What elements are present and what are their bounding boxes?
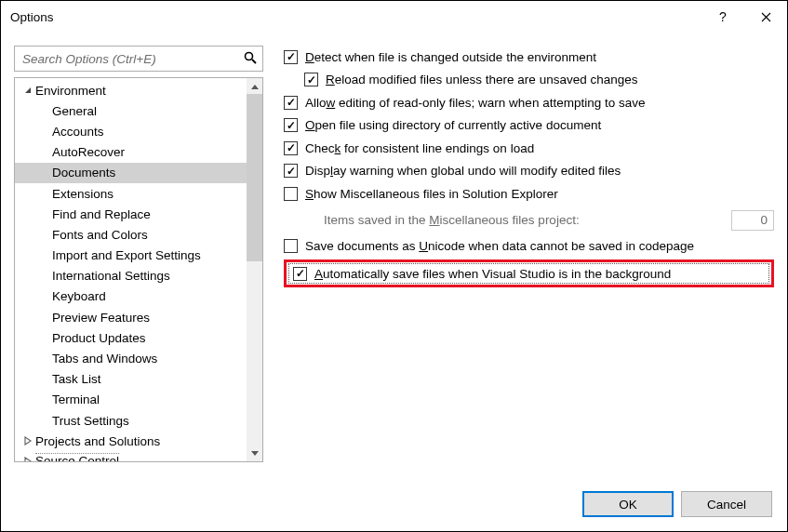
- misc-count-input[interactable]: [731, 210, 774, 231]
- opt-label: Open file using directory of currently a…: [305, 118, 601, 132]
- tree-item[interactable]: Terminal: [15, 390, 247, 410]
- tree-label: Trust Settings: [52, 414, 129, 428]
- checkbox[interactable]: [284, 187, 298, 201]
- options-panel: Detect when file is changed outside the …: [263, 46, 774, 462]
- opt-label: Reload modified files unless there are u…: [326, 73, 637, 86]
- tree-label: Task List: [52, 372, 101, 386]
- scrollbar[interactable]: [247, 78, 262, 461]
- tree-label: Import and Export Settings: [52, 248, 201, 262]
- opt-undo-warning[interactable]: Display warning when global undo will mo…: [284, 160, 774, 183]
- checkbox[interactable]: [284, 118, 298, 132]
- tree-item[interactable]: Find and Replace: [15, 204, 247, 224]
- tree-item[interactable]: Task List: [15, 369, 247, 390]
- opt-label: Check for consistent line endings on loa…: [305, 141, 534, 155]
- close-icon: [761, 12, 771, 22]
- ok-button[interactable]: OK: [582, 491, 674, 517]
- tree-label: International Settings: [52, 269, 170, 283]
- checkbox[interactable]: [284, 141, 298, 155]
- opt-misc-count: Items saved in the Miscellaneous files p…: [284, 206, 774, 235]
- help-button[interactable]: ?: [701, 1, 744, 33]
- tree-label: AutoRecover: [52, 145, 125, 159]
- checkbox[interactable]: [284, 50, 298, 64]
- tree-category[interactable]: Environment: [15, 80, 247, 100]
- opt-detect-changed[interactable]: Detect when file is changed outside the …: [284, 46, 774, 69]
- tree-label: Find and Replace: [52, 207, 151, 221]
- opt-save-unicode[interactable]: Save documents as Unicode when data cann…: [284, 235, 774, 259]
- opt-label: Show Miscellaneous files in Solution Exp…: [305, 187, 558, 201]
- category-tree: EnvironmentGeneralAccountsAutoRecoverDoc…: [14, 77, 263, 462]
- highlighted-focus-option: Automatically save files when Visual Stu…: [284, 259, 774, 287]
- scroll-down-button[interactable]: [247, 446, 262, 461]
- tree-label: Accounts: [52, 125, 104, 139]
- checkbox[interactable]: [293, 267, 307, 281]
- tree-label: Documents: [52, 166, 115, 180]
- tree-category[interactable]: Source Control: [15, 451, 247, 461]
- tree-label: Keyboard: [52, 289, 106, 303]
- tree-label: Projects and Solutions: [35, 434, 160, 448]
- tree-label: Terminal: [52, 392, 100, 406]
- tree-label: General: [52, 104, 97, 118]
- checkbox[interactable]: [304, 73, 318, 86]
- tree-label: Source Control: [35, 453, 119, 461]
- opt-allow-readonly[interactable]: Allow editing of read-only files; warn w…: [284, 91, 774, 114]
- svg-point-0: [246, 52, 253, 60]
- tree-item[interactable]: Extensions: [15, 183, 247, 204]
- titlebar: Options ?: [1, 1, 787, 33]
- scroll-thumb[interactable]: [247, 94, 262, 261]
- tree-item[interactable]: International Settings: [15, 266, 247, 286]
- checkbox[interactable]: [284, 239, 298, 253]
- tree-item[interactable]: Keyboard: [15, 286, 247, 307]
- tree-item[interactable]: Import and Export Settings: [15, 246, 247, 266]
- tree-item[interactable]: AutoRecover: [15, 142, 247, 163]
- dialog-footer: OK Cancel: [1, 477, 787, 531]
- tree-item[interactable]: Fonts and Colors: [15, 224, 247, 245]
- close-button[interactable]: [744, 1, 787, 33]
- tree-label: Extensions: [52, 187, 114, 201]
- tree-item[interactable]: Accounts: [15, 121, 247, 141]
- tree-label: Fonts and Colors: [52, 228, 148, 242]
- search-box[interactable]: [14, 46, 263, 72]
- opt-label: Allow editing of read-only files; warn w…: [305, 96, 645, 110]
- tree-item[interactable]: Trust Settings: [15, 410, 247, 431]
- window-title: Options: [10, 10, 701, 24]
- search-icon: [244, 51, 257, 67]
- opt-autosave-background[interactable]: Automatically save files when Visual Stu…: [288, 263, 769, 284]
- opt-reload-modified[interactable]: Reload modified files unless there are u…: [284, 69, 774, 92]
- checkbox[interactable]: [284, 96, 298, 110]
- opt-label: Save documents as Unicode when data cann…: [305, 239, 694, 253]
- checkbox[interactable]: [284, 164, 298, 178]
- chevron-right-icon[interactable]: [20, 457, 35, 461]
- tree-item[interactable]: Tabs and Windows: [15, 348, 247, 368]
- chevron-down-icon[interactable]: [20, 86, 35, 95]
- opt-check-line-endings[interactable]: Check for consistent line endings on loa…: [284, 137, 774, 160]
- tree-label: Environment: [35, 84, 106, 98]
- opt-show-misc[interactable]: Show Miscellaneous files in Solution Exp…: [284, 182, 774, 206]
- cancel-button[interactable]: Cancel: [681, 491, 772, 517]
- opt-open-using-dir[interactable]: Open file using directory of currently a…: [284, 114, 774, 138]
- chevron-right-icon[interactable]: [20, 436, 35, 446]
- tree-category[interactable]: Projects and Solutions: [15, 431, 247, 451]
- tree-label: Product Updates: [52, 331, 146, 345]
- scroll-track[interactable]: [247, 94, 262, 446]
- tree-item[interactable]: Preview Features: [15, 307, 247, 327]
- scroll-up-button[interactable]: [247, 78, 262, 94]
- opt-label: Display warning when global undo will mo…: [305, 164, 621, 178]
- tree-item[interactable]: General: [15, 100, 247, 121]
- tree-label: Preview Features: [52, 311, 150, 325]
- search-input[interactable]: [20, 51, 244, 67]
- tree-item[interactable]: Documents: [15, 163, 247, 183]
- tree-item[interactable]: Product Updates: [15, 327, 247, 348]
- opt-label: Detect when file is changed outside the …: [305, 50, 596, 64]
- opt-label: Automatically save files when Visual Stu…: [314, 267, 671, 281]
- opt-label: Items saved in the Miscellaneous files p…: [324, 213, 731, 227]
- tree-label: Tabs and Windows: [52, 352, 157, 366]
